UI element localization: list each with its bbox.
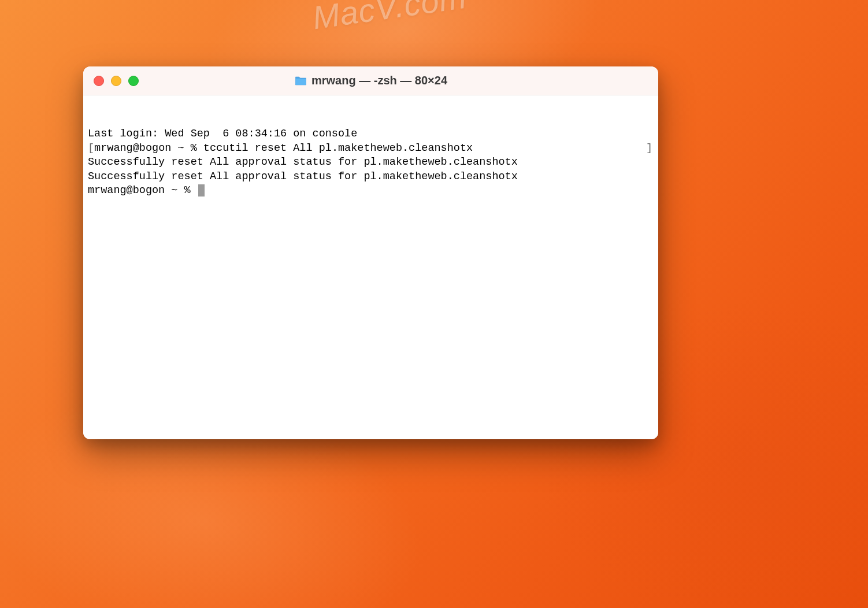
zoom-button[interactable] [128, 76, 139, 86]
terminal-prompt-text: mrwang@bogon ~ % [88, 184, 197, 197]
terminal-prompt: mrwang@bogon ~ % [88, 184, 654, 198]
terminal-content[interactable]: Last login: Wed Sep 6 08:34:16 on consol… [83, 95, 658, 439]
title-bar[interactable]: mrwang — -zsh — 80×24 [83, 66, 658, 95]
terminal-line: Successfully reset All approval status f… [88, 155, 654, 170]
terminal-window: mrwang — -zsh — 80×24 Last login: Wed Se… [83, 66, 658, 439]
window-title-text: mrwang — -zsh — 80×24 [311, 74, 447, 87]
terminal-line: Last login: Wed Sep 6 08:34:16 on consol… [88, 127, 654, 142]
window-title: mrwang — -zsh — 80×24 [294, 74, 447, 87]
traffic-lights [83, 76, 139, 86]
cursor [198, 184, 205, 197]
minimize-button[interactable] [111, 76, 121, 86]
terminal-line: [mrwang@bogon ~ % tccutil reset All pl.m… [88, 142, 654, 156]
terminal-line: Successfully reset All approval status f… [88, 170, 654, 184]
close-button[interactable] [94, 76, 104, 86]
folder-icon [294, 76, 307, 86]
terminal-command: mrwang@bogon ~ % tccutil reset All pl.ma… [94, 142, 473, 154]
